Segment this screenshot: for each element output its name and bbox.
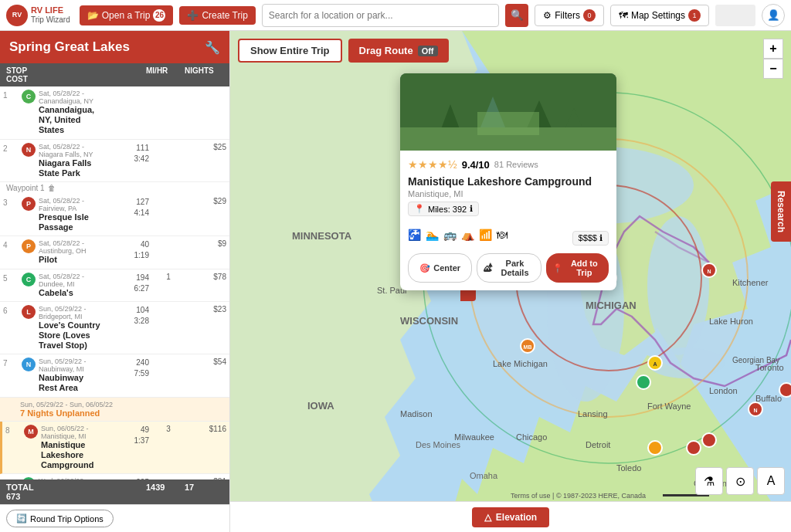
- svg-text:London: London: [709, 386, 738, 395]
- stop-cost: $116: [188, 425, 226, 433]
- stop-date: Sat, 05/28/22 - Dundee, MI: [39, 273, 103, 288]
- search-button[interactable]: 🔍: [505, 4, 528, 27]
- center-button[interactable]: 🎯 Center: [408, 253, 472, 283]
- map-tool-target-button[interactable]: ⊙: [726, 467, 754, 495]
- stop-row[interactable]: 4 P Sat, 05/28/22 - Austinburg, OH Pilot…: [0, 236, 229, 269]
- stop-icon: C: [22, 90, 36, 103]
- campground-popup-card: ★★★★½ 9.4/10 81 Reviews Manistique Lakes…: [400, 73, 616, 290]
- stop-icon: N: [22, 143, 36, 157]
- map-settings-button[interactable]: 🗺 Map Settings 1: [610, 5, 709, 26]
- stop-row[interactable]: 8 M Sun, 06/05/22 - Manistique, MI Manis…: [0, 422, 229, 475]
- stop-number: 7: [3, 359, 20, 368]
- pool-icon: 🏊: [426, 229, 439, 241]
- profile-button[interactable]: 👤: [762, 4, 785, 27]
- stop-date: Sat, 05/28/22 - Niagara Falls, NY: [39, 143, 103, 158]
- drag-route-button[interactable]: Drag Route Off: [348, 39, 449, 63]
- stop-number: 5: [3, 274, 20, 283]
- stop-number: 4: [3, 241, 20, 249]
- stop-miles-hours: 1043:28: [103, 305, 149, 327]
- map-copyright-left: Terms of use | © 1987-2023 HERE, Canada: [511, 492, 646, 500]
- trip-title: Spring Great Lakes: [9, 39, 130, 55]
- stop-number: 6: [3, 307, 20, 315]
- stop-info: C Sat, 05/28/22 - Canandaigua, NY Canand…: [20, 90, 103, 136]
- campground-photo: [400, 73, 616, 151]
- create-trip-button[interactable]: ➕ Create Trip: [179, 6, 255, 25]
- svg-point-40: [648, 441, 662, 455]
- stop-icon: P: [22, 197, 36, 211]
- sidebar-footer: 🔄 Round Trip Options: [0, 504, 229, 532]
- svg-text:Madison: Madison: [400, 409, 433, 418]
- add-icon: 📍: [552, 263, 563, 273]
- open-trip-button[interactable]: 📂 Open a Trip 26: [80, 5, 174, 25]
- stops-list: 1 C Sat, 05/28/22 - Canandaigua, NY Cana…: [0, 86, 229, 479]
- filters-button[interactable]: ⚙ Filters 0: [535, 5, 604, 26]
- research-panel[interactable]: Research: [771, 181, 791, 242]
- park-details-button[interactable]: 🏕 Park Details: [477, 253, 541, 283]
- star-rating: ★★★★½: [408, 158, 457, 171]
- svg-text:Lansing: Lansing: [578, 409, 608, 418]
- zoom-in-button[interactable]: +: [763, 39, 783, 59]
- stop-row[interactable]: 5 C Sat, 05/28/22 - Dundee, MI Cabela's …: [0, 269, 229, 302]
- elevation-button[interactable]: △ Elevation: [472, 507, 549, 527]
- stop-row[interactable]: 2 N Sat, 05/28/22 - Niagara Falls, NY Ni…: [0, 140, 229, 182]
- svg-point-36: [779, 383, 791, 397]
- svg-text:A: A: [653, 361, 657, 367]
- map-tool-flask-button[interactable]: ⚗: [695, 467, 723, 495]
- stop-date: Sat, 05/28/22 - Fairview, PA: [39, 197, 103, 212]
- svg-text:WISCONSIN: WISCONSIN: [400, 315, 458, 327]
- total-row: TOTAL 1439 17 673: [0, 479, 229, 504]
- stop-row[interactable]: 1 C Sat, 05/28/22 - Canandaigua, NY Cana…: [0, 86, 229, 140]
- svg-text:N: N: [753, 408, 757, 413]
- stop-miles-hours: 401:19: [103, 239, 149, 261]
- stop-info: N Sat, 05/28/22 - Niagara Falls, NY Niag…: [20, 143, 103, 178]
- stop-cost: $78: [188, 273, 226, 281]
- water-icon: 🚰: [408, 229, 421, 241]
- amenities-icons: 🚰 🏊 🚌 ⛺ 📶 🍽: [408, 229, 508, 241]
- brand-name: RV LIFE Trip Wizard: [31, 5, 70, 25]
- svg-rect-53: [477, 112, 539, 135]
- plus-icon: ➕: [187, 10, 199, 21]
- wifi-icon: 📶: [479, 229, 492, 241]
- stop-date: Sat, 05/28/22 - Austinburg, OH: [39, 239, 103, 255]
- show-entire-trip-button[interactable]: Show Entire Trip: [238, 39, 342, 63]
- popup-rating: ★★★★½ 9.4/10 81 Reviews: [408, 158, 609, 171]
- campground-location: Manistique, MI: [408, 189, 609, 198]
- main-layout: Spring Great Lakes 🔧 STOP MI/HR NIGHTS C…: [0, 31, 791, 532]
- top-navigation: RV RV LIFE Trip Wizard 📂 Open a Trip 26 …: [0, 0, 791, 31]
- add-to-trip-button[interactable]: 📍 Add to Trip: [546, 253, 609, 283]
- drag-route-status: Off: [418, 46, 438, 56]
- stop-cost: $25: [188, 143, 226, 151]
- stop-number: 3: [3, 198, 20, 207]
- stop-row[interactable]: 9 O Wed, 06/08/22 - Ontonagon, MI Ontona…: [0, 474, 229, 479]
- stops-column-headers: STOP MI/HR NIGHTS COST: [0, 63, 229, 86]
- zoom-out-button[interactable]: −: [763, 59, 783, 79]
- settings-wrench-icon[interactable]: 🔧: [205, 40, 220, 55]
- search-input[interactable]: [262, 4, 499, 27]
- stop-cost: $9: [188, 239, 226, 248]
- svg-text:MICHIGAN: MICHIGAN: [586, 300, 637, 311]
- sidebar: Spring Great Lakes 🔧 STOP MI/HR NIGHTS C…: [0, 31, 230, 532]
- svg-text:Toronto: Toronto: [755, 363, 784, 372]
- svg-text:Fort Wayne: Fort Wayne: [647, 402, 691, 411]
- rv-life-icon: RV: [6, 5, 28, 26]
- stop-row[interactable]: 3 P Sat, 05/28/22 - Fairview, PA Presque…: [0, 194, 229, 236]
- brand-logo: RV RV LIFE Trip Wizard: [6, 5, 70, 26]
- round-trip-options-button[interactable]: 🔄 Round Trip Options: [6, 510, 114, 527]
- campground-name: Manistique Lakeshore Campground: [408, 175, 609, 188]
- stop-info: N Sun, 05/29/22 - Naubinway, MI Naubinwa…: [20, 357, 103, 393]
- stop-row[interactable]: 6 L Sun, 05/29/22 - Bridgeport, MI Love'…: [0, 302, 229, 355]
- map-tool-text-button[interactable]: A: [757, 467, 785, 495]
- stop-name: Canandaigua, NY, United States: [39, 105, 103, 136]
- stop-miles-hours: 1946:27: [103, 273, 149, 294]
- stop-date: Sun, 06/05/22 - Manistique, MI: [41, 425, 103, 440]
- svg-text:N: N: [707, 269, 711, 274]
- map-area[interactable]: MINNESOTA WISCONSIN MICHIGAN IOWA Des Mo…: [230, 31, 791, 532]
- zoom-controls: + −: [763, 39, 783, 79]
- stop-name: Presque Isle Passage: [39, 212, 103, 232]
- stop-row[interactable]: 7 N Sun, 05/29/22 - Naubinway, MI Naubin…: [0, 354, 229, 397]
- stop-nights: 3: [149, 425, 188, 433]
- delete-waypoint-icon[interactable]: 🗑: [48, 184, 56, 192]
- svg-text:Toledo: Toledo: [616, 463, 641, 473]
- stop-number: 2: [3, 144, 20, 153]
- price-info-icon: ℹ: [599, 233, 603, 243]
